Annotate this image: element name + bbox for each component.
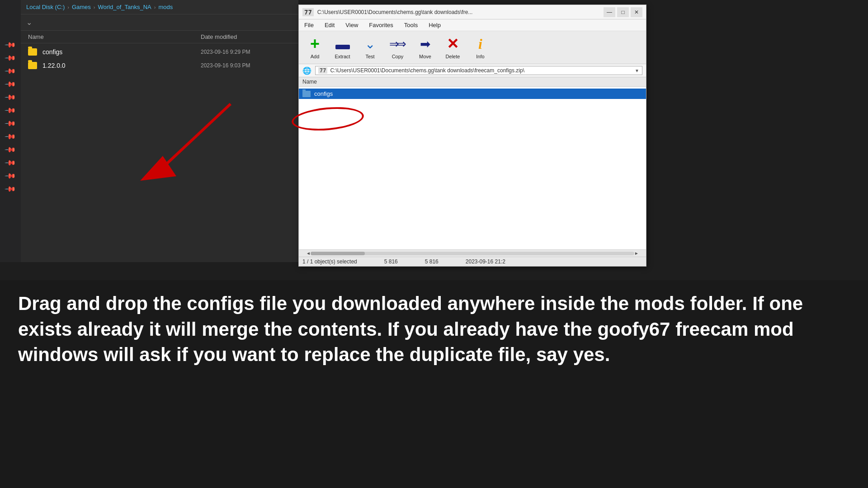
file-name-version: 1.22.0.0	[42, 62, 195, 69]
scroll-right-arrow[interactable]: ►	[634, 251, 639, 256]
breadcrumb-sep-1: ›	[67, 5, 69, 10]
winrar-scrollbar: ◄ ►	[299, 249, 646, 257]
left-sidebar: 📌 📌 📌 📌 📌 📌 📌 📌 📌 📌 📌 📌	[0, 0, 21, 262]
winrar-title: C:\Users\USER0001\Documents\chems.gg\tan…	[317, 9, 600, 15]
test-icon: ⌄	[362, 36, 378, 52]
file-date-version: 2023-09-16 9:03 PM	[201, 62, 291, 69]
file-name-configs: configs	[42, 48, 195, 56]
col-date-header: Date modified	[201, 33, 291, 40]
explorer-toolbar: ⌄	[21, 14, 298, 31]
breadcrumb-mods[interactable]: mods	[158, 4, 173, 10]
maximize-button[interactable]: □	[617, 7, 629, 17]
pin-icon-12[interactable]: 📌	[4, 183, 17, 196]
folder-icon-version	[28, 62, 37, 69]
pin-icon-6[interactable]: 📌	[4, 104, 17, 117]
delete-button[interactable]: ✕ Delete	[440, 34, 465, 61]
pin-icon-9[interactable]: 📌	[4, 144, 17, 156]
winrar-window: 77 C:\Users\USER0001\Documents\chems.gg\…	[298, 5, 646, 267]
status-size2: 5 816	[425, 258, 439, 265]
status-size1: 5 816	[384, 258, 398, 265]
scroll-thumb[interactable]	[311, 252, 365, 255]
file-list: configs 2023-09-16 9:29 PM 1.22.0.0 2023…	[21, 43, 298, 74]
minimize-button[interactable]: —	[604, 7, 615, 17]
file-item-configs[interactable]: configs 2023-09-16 9:29 PM	[21, 45, 298, 59]
winrar-statusbar: 1 / 1 object(s) selected 5 816 5 816 202…	[299, 257, 646, 266]
info-icon: i	[472, 36, 489, 52]
menu-help[interactable]: Help	[427, 21, 443, 29]
breadcrumb-sep-3: ›	[154, 5, 156, 10]
sort-icon[interactable]: ⌄	[26, 18, 32, 27]
close-button[interactable]: ✕	[631, 7, 642, 17]
pin-icon-8[interactable]: 📌	[4, 131, 17, 143]
pin-icon-3[interactable]: 📌	[4, 65, 17, 78]
address-text: C:\Users\USER0001\Documents\chems.gg\tan…	[330, 67, 635, 74]
menu-edit[interactable]: Edit	[323, 21, 336, 29]
breadcrumb: Local Disk (C:) › Games › World_of_Tanks…	[21, 0, 298, 14]
move-button[interactable]: ➡ Move	[413, 34, 438, 61]
test-button[interactable]: ⌄ Test	[358, 34, 382, 61]
breadcrumb-local-disk[interactable]: Local Disk (C:)	[26, 4, 65, 10]
breadcrumb-wot[interactable]: World_of_Tanks_NA	[98, 4, 151, 10]
breadcrumb-sep-2: ›	[94, 5, 95, 10]
instruction-text: Drag and drop the configs file you downl…	[18, 291, 850, 368]
menu-view[interactable]: View	[344, 21, 360, 29]
winrar-app-icon: 77	[302, 8, 314, 16]
col-name-header: Name	[28, 33, 201, 40]
scroll-track[interactable]	[311, 252, 634, 255]
pin-icon-11[interactable]: 📌	[4, 170, 17, 183]
pin-icon-2[interactable]: 📌	[4, 52, 17, 65]
winrar-file-area: configs	[299, 87, 646, 101]
winrar-menubar: File Edit View Favorites Tools Help	[299, 19, 646, 31]
folder-icon-configs	[28, 48, 37, 56]
copy-button[interactable]: ⇒ ⇒ Copy	[385, 34, 410, 61]
menu-tools[interactable]: Tools	[402, 21, 420, 29]
delete-label: Delete	[446, 54, 460, 59]
pin-icon-10[interactable]: 📌	[4, 157, 17, 169]
extract-label: Extract	[335, 54, 350, 59]
scroll-left-arrow[interactable]: ◄	[306, 251, 311, 256]
column-headers: Name Date modified	[21, 31, 298, 43]
winrar-titlebar: 77 C:\Users\USER0001\Documents\chems.gg\…	[299, 5, 646, 19]
winrar-content: Name configs	[299, 77, 646, 249]
address-dropdown-arrow[interactable]: ▼	[635, 68, 639, 73]
file-item-version[interactable]: 1.22.0.0 2023-09-16 9:03 PM	[21, 59, 298, 72]
file-date-configs: 2023-09-16 9:29 PM	[201, 49, 291, 55]
info-button[interactable]: i Info	[468, 34, 493, 61]
copy-label: Copy	[392, 54, 404, 59]
status-date: 2023-09-16 21:2	[466, 258, 505, 265]
extract-button[interactable]: Extract	[330, 34, 355, 61]
address-box[interactable]: 77 C:\Users\USER0001\Documents\chems.gg\…	[315, 66, 642, 75]
wr-folder-icon	[302, 91, 311, 97]
bottom-text-area: Drag and drop the configs file you downl…	[0, 280, 868, 488]
extract-icon	[335, 36, 351, 52]
pin-icon-5[interactable]: 📌	[4, 91, 17, 104]
winrar-toolbar: + Add Extract ⌄ Test ⇒ ⇒ Copy	[299, 31, 646, 64]
move-icon: ➡	[417, 36, 434, 52]
wr-name-col: Name	[302, 79, 642, 85]
winrar-col-header: Name	[299, 77, 646, 87]
status-selection: 1 / 1 object(s) selected	[302, 258, 357, 265]
window-controls: — □ ✕	[604, 7, 642, 17]
winrar-addressbar: 🌐 77 C:\Users\USER0001\Documents\chems.g…	[299, 64, 646, 77]
breadcrumb-games[interactable]: Games	[72, 4, 91, 10]
test-label: Test	[365, 54, 374, 59]
move-label: Move	[419, 54, 431, 59]
info-label: Info	[476, 54, 484, 59]
add-icon: +	[307, 36, 323, 52]
pin-icon-4[interactable]: 📌	[4, 78, 17, 91]
menu-favorites[interactable]: Favorites	[367, 21, 395, 29]
add-button[interactable]: + Add	[302, 34, 327, 61]
menu-file[interactable]: File	[302, 21, 316, 29]
add-label: Add	[311, 54, 320, 59]
pin-icon-7[interactable]: 📌	[4, 117, 17, 130]
copy-icon: ⇒ ⇒	[390, 36, 406, 52]
pin-icon-1[interactable]: 📌	[4, 39, 17, 52]
wr-file-name-configs: configs	[314, 90, 642, 97]
globe-icon: 🌐	[302, 66, 311, 75]
winrar-addr-icon: 77	[318, 67, 327, 74]
file-explorer: Local Disk (C:) › Games › World_of_Tanks…	[21, 0, 298, 262]
delete-icon: ✕	[445, 36, 461, 52]
wr-file-configs[interactable]: configs	[299, 89, 646, 99]
